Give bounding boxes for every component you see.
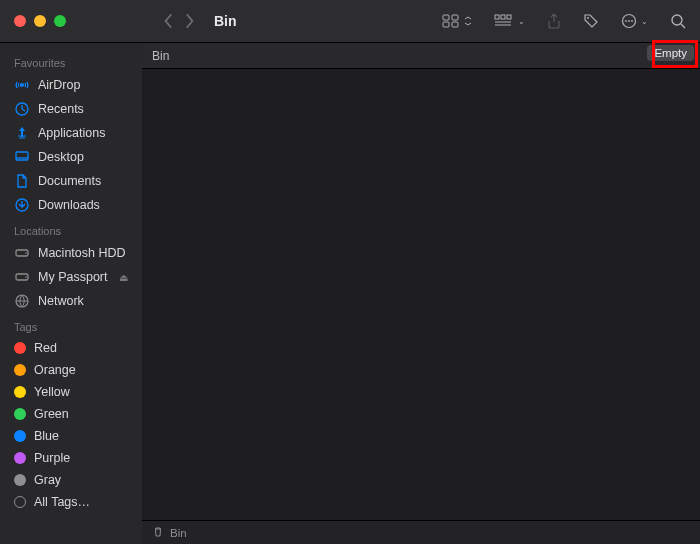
sidebar-item-recents[interactable]: Recents xyxy=(0,97,142,121)
tag-dot-icon xyxy=(14,430,26,442)
toolbar: ⌄ ⌄ xyxy=(442,13,686,29)
section-header-tags: Tags xyxy=(0,313,142,337)
maximize-button[interactable] xyxy=(54,15,66,27)
svg-rect-5 xyxy=(501,15,505,19)
sidebar-item-label: Documents xyxy=(38,174,101,188)
sidebar-item-label: All Tags… xyxy=(34,495,90,509)
tag-dot-icon xyxy=(14,364,26,376)
sidebar-item-my-passport[interactable]: My Passport ⏏ xyxy=(0,265,142,289)
path-bar[interactable]: Bin xyxy=(142,520,700,544)
sidebar-tag-purple[interactable]: Purple xyxy=(0,447,142,469)
chevron-down-icon: ⌄ xyxy=(641,17,648,26)
chevron-down-icon: ⌄ xyxy=(518,17,525,26)
sidebar: Favourites AirDrop Recents Applications … xyxy=(0,43,142,544)
svg-point-11 xyxy=(625,20,627,22)
sidebar-tag-blue[interactable]: Blue xyxy=(0,425,142,447)
sidebar-tag-green[interactable]: Green xyxy=(0,403,142,425)
svg-rect-3 xyxy=(452,22,458,27)
sidebar-item-label: Recents xyxy=(38,102,84,116)
sidebar-item-airdrop[interactable]: AirDrop xyxy=(0,73,142,97)
svg-point-22 xyxy=(25,252,27,254)
svg-line-15 xyxy=(681,24,685,28)
sidebar-item-label: Red xyxy=(34,341,57,355)
tags-button[interactable] xyxy=(583,13,599,29)
svg-rect-4 xyxy=(495,15,499,19)
action-menu-button[interactable]: ⌄ xyxy=(621,13,648,29)
forward-button[interactable] xyxy=(182,12,196,30)
minimize-button[interactable] xyxy=(34,15,46,27)
section-header-locations: Locations xyxy=(0,217,142,241)
titlebar: Bin ⌄ ⌄ xyxy=(0,0,700,42)
sidebar-item-label: Network xyxy=(38,294,84,308)
sidebar-tag-grey[interactable]: Gray xyxy=(0,469,142,491)
nav-buttons xyxy=(162,12,196,30)
sidebar-item-label: Yellow xyxy=(34,385,70,399)
sidebar-item-macintosh-hdd[interactable]: Macintosh HDD xyxy=(0,241,142,265)
tag-dot-icon xyxy=(14,474,26,486)
svg-rect-1 xyxy=(452,15,458,20)
sidebar-item-applications[interactable]: Applications xyxy=(0,121,142,145)
svg-rect-18 xyxy=(16,152,28,160)
sidebar-tag-all[interactable]: All Tags… xyxy=(0,491,142,513)
sidebar-item-label: Applications xyxy=(38,126,105,140)
airdrop-icon xyxy=(14,77,30,93)
tag-dot-icon xyxy=(14,408,26,420)
downloads-icon xyxy=(14,197,30,213)
desktop-icon xyxy=(14,149,30,165)
sidebar-item-label: Downloads xyxy=(38,198,100,212)
sidebar-item-desktop[interactable]: Desktop xyxy=(0,145,142,169)
column-header-bar: Bin Empty xyxy=(142,43,700,69)
sidebar-item-label: Macintosh HDD xyxy=(38,246,126,260)
share-button[interactable] xyxy=(547,13,561,29)
file-list-area[interactable] xyxy=(142,69,700,520)
hdd-icon xyxy=(14,245,30,261)
sidebar-item-label: Green xyxy=(34,407,69,421)
sidebar-item-network[interactable]: Network xyxy=(0,289,142,313)
window-body: Favourites AirDrop Recents Applications … xyxy=(0,43,700,544)
sidebar-item-label: Blue xyxy=(34,429,59,443)
group-button[interactable]: ⌄ xyxy=(494,14,525,28)
sidebar-item-documents[interactable]: Documents xyxy=(0,169,142,193)
sidebar-tag-orange[interactable]: Orange xyxy=(0,359,142,381)
traffic-lights xyxy=(0,15,142,27)
sidebar-item-downloads[interactable]: Downloads xyxy=(0,193,142,217)
svg-point-24 xyxy=(25,276,27,278)
sidebar-item-label: Orange xyxy=(34,363,76,377)
sidebar-item-label: Purple xyxy=(34,451,70,465)
tag-dot-icon xyxy=(14,386,26,398)
svg-rect-0 xyxy=(443,15,449,20)
finder-window: Bin ⌄ ⌄ xyxy=(0,0,700,544)
external-drive-icon xyxy=(14,269,30,285)
section-header-favourites: Favourites xyxy=(0,49,142,73)
column-header-name[interactable]: Bin xyxy=(152,49,169,63)
all-tags-icon xyxy=(14,496,26,508)
sidebar-item-label: My Passport xyxy=(38,270,107,284)
svg-point-14 xyxy=(672,15,682,25)
sidebar-item-label: Desktop xyxy=(38,150,84,164)
svg-point-12 xyxy=(628,20,630,22)
clock-icon xyxy=(14,101,30,117)
applications-icon xyxy=(14,125,30,141)
search-button[interactable] xyxy=(670,13,686,29)
empty-trash-button[interactable]: Empty xyxy=(647,45,694,61)
view-mode-button[interactable] xyxy=(442,14,472,28)
sidebar-item-label: AirDrop xyxy=(38,78,80,92)
back-button[interactable] xyxy=(162,12,176,30)
window-title: Bin xyxy=(214,13,237,29)
tag-dot-icon xyxy=(14,342,26,354)
path-segment: Bin xyxy=(170,527,187,539)
sidebar-tag-yellow[interactable]: Yellow xyxy=(0,381,142,403)
document-icon xyxy=(14,173,30,189)
eject-icon[interactable]: ⏏ xyxy=(119,272,128,283)
svg-rect-2 xyxy=(443,22,449,27)
svg-point-16 xyxy=(20,83,24,87)
sidebar-item-label: Gray xyxy=(34,473,61,487)
main-pane: Bin Empty Bin xyxy=(142,43,700,544)
trash-icon xyxy=(152,526,164,540)
network-icon xyxy=(14,293,30,309)
svg-point-13 xyxy=(631,20,633,22)
tag-dot-icon xyxy=(14,452,26,464)
sidebar-tag-red[interactable]: Red xyxy=(0,337,142,359)
close-button[interactable] xyxy=(14,15,26,27)
svg-point-9 xyxy=(587,17,589,19)
